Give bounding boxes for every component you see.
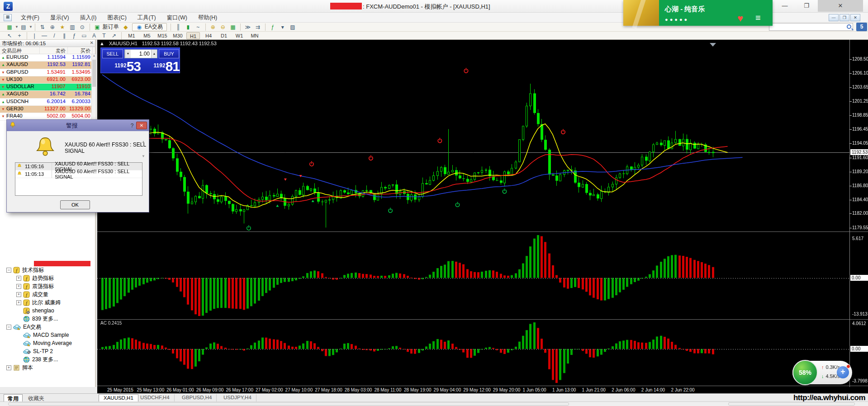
menu-item-显[interactable]: 显示(V) (45, 13, 75, 23)
search-icon[interactable] (847, 24, 851, 29)
tree-item-趋势指标[interactable]: +f趋势指标 (0, 274, 90, 282)
line-chart-icon[interactable]: ~ (194, 23, 203, 31)
child-minimize-button[interactable]: — (829, 14, 839, 21)
chart-tab-XAUUSD,H1[interactable]: XAUUSD,H1 (99, 394, 138, 402)
main-chart-canvas[interactable] (97, 40, 868, 387)
expand-icon[interactable]: + (16, 276, 21, 281)
text-icon[interactable]: A (90, 32, 99, 40)
autoscroll-icon[interactable]: ≫ (243, 23, 252, 31)
menu-item-帮[interactable]: 帮助(H) (193, 13, 223, 23)
expand-icon[interactable]: + (6, 365, 11, 370)
fibonacci-icon[interactable]: ƒ (70, 32, 79, 40)
bid-price-display[interactable]: 119253 (102, 59, 141, 73)
chart-tab-USDCHF,H4[interactable]: USDCHF,H4 (136, 394, 175, 402)
tree-item-shenglao[interactable]: fshenglao (0, 307, 90, 315)
menu-item-插[interactable]: 插入(I) (75, 13, 102, 23)
timeframe-H4[interactable]: H4 (202, 32, 215, 39)
menu-item-工[interactable]: 工具(T) (132, 13, 161, 23)
zoom-in-icon[interactable]: ⊕ (209, 23, 218, 31)
scroll-up-icon[interactable]: ▲ (92, 54, 96, 59)
tree-item-脚本[interactable]: +脚本 (0, 364, 90, 372)
expand-icon[interactable]: + (16, 300, 21, 305)
tree-item-EA交易[interactable]: −EA交易 (0, 323, 90, 331)
heart-icon[interactable]: ♥ (737, 13, 743, 24)
album-art[interactable] (623, 0, 659, 26)
periods-icon[interactable]: ▾ (278, 23, 287, 31)
market-watch-icon[interactable]: ⇅ (38, 23, 47, 31)
child-close-button[interactable]: ✕ (850, 14, 860, 21)
tree-item-震荡指标[interactable]: +f震荡指标 (0, 282, 90, 290)
timeframe-W1[interactable]: W1 (232, 32, 246, 39)
indicators-icon[interactable]: ƒ (268, 23, 277, 31)
timeframe-H1[interactable]: H1 (186, 32, 200, 39)
tree-item-MACD-Sample[interactable]: MACD Sample (0, 331, 90, 339)
tree-item-技术指标[interactable]: −f技术指标 (0, 266, 90, 274)
bar-chart-icon[interactable]: ║ (174, 23, 183, 31)
timeframe-M1[interactable]: M1 (125, 32, 138, 39)
minimize-button[interactable]: — (774, 0, 795, 12)
memory-percent-ball[interactable]: 58% (792, 360, 818, 385)
chart-collapse-icon[interactable]: ▲ (100, 41, 104, 46)
chart-tab-GBPUSD,H4[interactable]: GBPUSD,H4 (177, 394, 217, 402)
horizontal-line-icon[interactable]: — (40, 32, 49, 40)
dropdown-arrow-icon[interactable]: ▼ (29, 25, 33, 29)
buy-button[interactable]: BUY (159, 49, 179, 58)
panel-tab-收藏夹[interactable]: 收藏夹 (24, 394, 48, 402)
chart-tab-USDJPY,H4[interactable]: USDJPY,H4 (219, 394, 256, 402)
tree-item-238-更多...[interactable]: 238 更多... (0, 355, 90, 364)
new-chart-icon[interactable]: ▦ (5, 23, 14, 31)
scroll-up-icon[interactable]: ▲ (142, 140, 145, 144)
menu-item-图[interactable]: 图表(C) (102, 13, 132, 23)
tree-item-成交量[interactable]: +f成交量 (0, 290, 90, 298)
menu-item-文[interactable]: 文件(F) (15, 13, 45, 23)
candlestick-icon[interactable]: ▮ (184, 23, 193, 31)
market-watch-row[interactable]: ▲USDCNH6.200146.20033 (0, 99, 91, 106)
playlist-icon[interactable]: ≡ (755, 13, 761, 23)
music-player-widget[interactable]: 心湖 - 纯音乐 ●●●●● ♥ ≡ (623, 0, 773, 26)
ea-trading-button[interactable]: ◉EA交易 (132, 23, 167, 31)
maximize-button[interactable]: ❐ (796, 0, 817, 12)
templates-icon[interactable]: ▨ (288, 23, 297, 31)
channel-icon[interactable]: ∥ (60, 32, 69, 40)
help-icon[interactable]: ? (128, 123, 136, 129)
tree-item-比尔-威廉姆[interactable]: +f比尔 威廉姆 (0, 298, 90, 307)
favorites-icon[interactable]: ★ (58, 23, 67, 31)
arrows-icon[interactable]: ↗ (109, 32, 119, 40)
market-watch-row[interactable]: ▲EURUSD1.115941.11599 (0, 54, 91, 61)
profiles-icon[interactable]: ▤ (19, 23, 28, 31)
new-order-icon[interactable]: ▣ (93, 23, 102, 31)
scroll-down-icon[interactable]: ▼ (142, 154, 145, 158)
collapse-icon[interactable]: − (6, 268, 11, 273)
dropdown-arrow-icon[interactable]: ▼ (15, 25, 19, 29)
crosshair-window-icon[interactable]: ⊕ (48, 23, 57, 31)
menu-item-窗[interactable]: 窗口(W) (161, 13, 193, 23)
market-watch-close-icon[interactable]: ✕ (90, 40, 94, 45)
ok-button[interactable]: OK (60, 200, 90, 209)
label-icon[interactable]: T (100, 32, 109, 40)
panel-tab-常用[interactable]: 常用 (4, 394, 23, 402)
chart-shift-icon[interactable]: ⇉ (253, 23, 262, 31)
tree-item-SL-TP-2[interactable]: SL-TP 2 (0, 347, 90, 355)
volume-down-icon[interactable]: ▼ (125, 50, 131, 58)
sell-button[interactable]: SELL (102, 49, 123, 58)
dialog-close-icon[interactable]: ✕ (136, 122, 147, 129)
data-window-icon[interactable]: ▥ (68, 23, 77, 31)
volume-value[interactable]: 1.00 (131, 50, 151, 58)
zoom-out-icon[interactable]: ⊖ (218, 23, 228, 31)
market-watch-row[interactable]: ▲XAGUSD16.74216.784 (0, 91, 91, 98)
notification-badge[interactable]: 5 (856, 23, 867, 31)
ask-price-display[interactable]: 119281 (141, 59, 180, 73)
close-button[interactable]: ✕ (818, 0, 863, 12)
market-watch-row[interactable]: ▼UK1006921.006923.00 (0, 76, 91, 84)
scrollbar-thumb[interactable] (92, 60, 96, 87)
market-watch-row[interactable]: ▼USDOLLAR1190711910 (0, 84, 91, 91)
market-watch-row[interactable]: ▲XAUUSD1192.531192.81 (0, 61, 91, 69)
vertical-line-icon[interactable]: | (30, 32, 39, 40)
collapse-icon[interactable]: − (6, 325, 11, 330)
search-box[interactable] (769, 23, 853, 31)
child-restore-button[interactable]: ❐ (840, 14, 849, 21)
navigator-icon[interactable]: ⊙ (78, 23, 87, 31)
crosshair-icon[interactable]: + (15, 32, 24, 40)
alert-dialog-titlebar[interactable]: 警报 ? ✕ (7, 120, 149, 131)
expand-icon[interactable]: + (16, 284, 21, 289)
